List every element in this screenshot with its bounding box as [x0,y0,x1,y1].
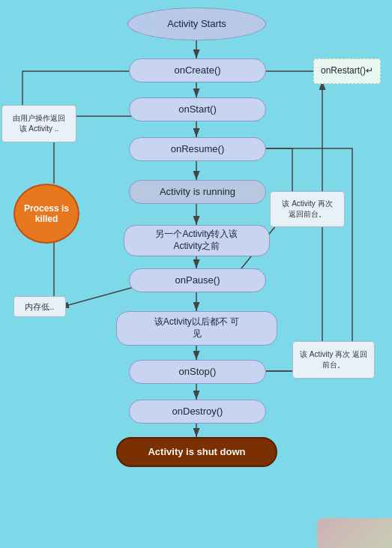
on-create-node: onCreate() [129,58,266,82]
activity-running-node: Activity is running [129,180,266,204]
note-return-foreground2: 该 Activity 再次 返回 前台。 [292,341,375,379]
on-destroy-label: onDestroy() [172,406,223,418]
activity-shutdown-node: Activity is shut down [116,437,277,467]
note-low-memory-label: 内存低.. [25,301,54,313]
activity-starts-label: Activity Starts [167,18,226,31]
on-start-node: onStart() [129,97,266,121]
on-resume-label: onResume() [171,143,225,156]
note-return-foreground1: 该 Activity 再次 返回前台。 [270,191,345,227]
activity-starts-node: Activity Starts [127,7,266,40]
note-user-back: 由用户操作返回 该 Activity .. [1,105,76,142]
on-stop-label: onStop() [179,366,217,379]
on-destroy-node: onDestroy() [129,400,266,424]
activity-running-label: Activity is running [160,186,235,199]
on-restart-label: onRestart()↵ [321,65,373,77]
on-restart-node: onRestart()↵ [313,58,381,84]
process-killed-label: Process is killed [24,203,69,224]
process-killed-node: Process is killed [13,184,79,244]
on-create-label: onCreate() [174,64,220,77]
another-activity-label: 另一个Activity转入该 Activity之前 [155,229,238,252]
activity-shutdown-label: Activity is shut down [148,446,245,459]
invisible-label: 该Activity以后都不 可 见 [154,316,239,340]
invisible-node: 该Activity以后都不 可 见 [116,311,277,346]
diagram-container: Activity Starts onCreate() onRestart()↵ … [0,0,392,548]
note-return-foreground1-label: 该 Activity 再次 返回前台。 [282,199,332,220]
on-pause-node: onPause() [129,268,266,292]
watermark [317,518,392,548]
note-user-back-label: 由用户操作返回 该 Activity .. [13,113,65,134]
on-start-label: onStart() [178,103,217,116]
on-pause-label: onPause() [175,274,220,287]
on-resume-node: onResume() [129,137,266,161]
note-low-memory: 内存低.. [13,296,66,317]
on-stop-node: onStop() [129,360,266,384]
another-activity-node: 另一个Activity转入该 Activity之前 [124,225,270,256]
note-return-foreground2-label: 该 Activity 再次 返回 前台。 [300,349,367,370]
